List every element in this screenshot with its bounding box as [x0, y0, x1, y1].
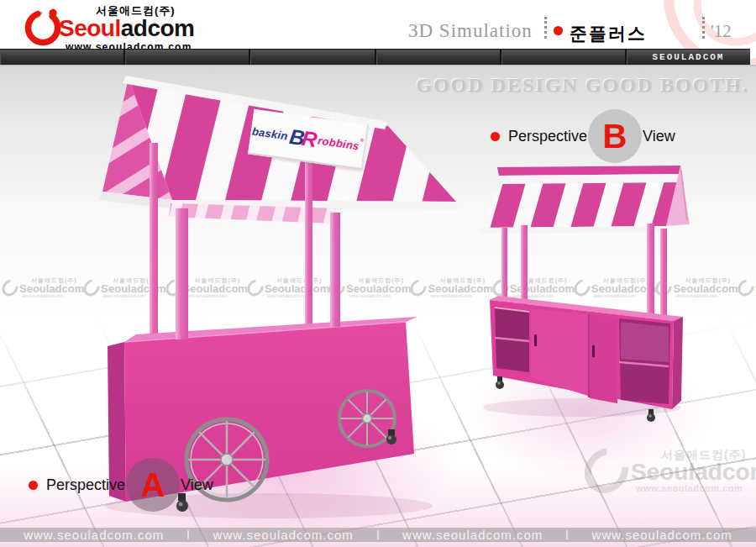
- logo-swoosh-icon: [24, 7, 64, 49]
- footer-url-text: www.seouladcom.com: [213, 528, 354, 542]
- logo-name-red: Seoul: [59, 15, 121, 41]
- client-name: 준플러스: [570, 22, 647, 45]
- letter-badge: A: [126, 458, 180, 512]
- slogan-text: GOOD DESIGN GOOD BOOTH.: [416, 74, 749, 97]
- nav-segment: [0, 50, 125, 65]
- footer-divider: [566, 530, 568, 539]
- nav-segment: [250, 50, 375, 65]
- page: 서울애드컴(주) Seouladcom www.seouladcom.com 3…: [0, 0, 756, 547]
- view-letter: A: [141, 466, 165, 504]
- cart-a-front-posts: [176, 208, 340, 339]
- dotted-divider: [544, 17, 547, 39]
- red-bullet-icon: [491, 132, 500, 141]
- cart-b-shelf-left: [495, 307, 529, 372]
- logo-name-black: adcom: [121, 15, 195, 41]
- red-bullet-icon: [554, 26, 563, 35]
- sign-word-robbins: robbins: [318, 134, 360, 151]
- letter-badge: B: [588, 109, 642, 163]
- cart-b-awning: [479, 166, 690, 234]
- logo-name: Seouladcom: [59, 17, 194, 40]
- sign-letter-r: R: [301, 128, 318, 150]
- watermark-item: 서울애드컴(주)Seouladcomwww.seouladcom.com: [738, 277, 756, 298]
- label-prefix: Perspective: [46, 476, 125, 494]
- label-suffix: View: [643, 128, 675, 145]
- label-suffix: View: [181, 476, 213, 494]
- footer-divider: [377, 530, 379, 539]
- perspective-b-label: Perspective B View: [491, 109, 675, 163]
- dotted-divider: [702, 17, 705, 39]
- cart-b-sliding-doors: [531, 308, 617, 403]
- label-prefix: Perspective: [508, 128, 587, 145]
- nav-segment: [376, 50, 501, 65]
- year-label: '12: [711, 21, 732, 42]
- nav-segment: [125, 50, 250, 65]
- footer-url-text: www.seouladcom.com: [402, 528, 543, 542]
- cart-render-perspective-b: [469, 162, 712, 431]
- perspective-a-label: Perspective A View: [29, 458, 213, 512]
- red-bullet-icon: [29, 481, 38, 490]
- nav-underline: [0, 65, 756, 67]
- nav-segment: [501, 50, 627, 65]
- cart-b-shelf-right: [619, 318, 670, 404]
- nav-segment-brand: SEOULADCOM: [627, 50, 750, 65]
- view-letter: B: [603, 118, 627, 155]
- sign-word-baskin: baskin: [251, 125, 288, 141]
- sign-registered-mark: ®: [360, 138, 364, 144]
- header: 서울애드컴(주) Seouladcom www.seouladcom.com 3…: [0, 0, 756, 49]
- company-logo: 서울애드컴(주) Seouladcom www.seouladcom.com: [24, 5, 194, 52]
- render-stage: GOOD DESIGN GOOD BOOTH. 서울애드컴(주) Seoulad…: [0, 67, 756, 547]
- navbar-brand-label: SEOULADCOM: [652, 52, 724, 62]
- footer-url-text: www.seouladcom.com: [592, 528, 732, 542]
- logo-text: 서울애드컴(주) Seouladcom www.seouladcom.com: [59, 5, 194, 52]
- footer-url-bar: www.seouladcom.comwww.seouladcom.comwww.…: [0, 528, 756, 542]
- page-title: 3D Simulation: [408, 20, 533, 42]
- watermark-ring-icon: [0, 276, 22, 300]
- door-handle: [592, 345, 595, 357]
- watermark-ring-icon: [734, 276, 756, 300]
- cart-a-wheel-right: [339, 391, 395, 446]
- footer-divider: [187, 530, 189, 539]
- nav-bar: SEOULADCOM: [0, 49, 750, 65]
- footer-url-text: www.seouladcom.com: [24, 528, 164, 542]
- door-handle: [534, 334, 537, 346]
- cart-b-graphic: [469, 162, 712, 431]
